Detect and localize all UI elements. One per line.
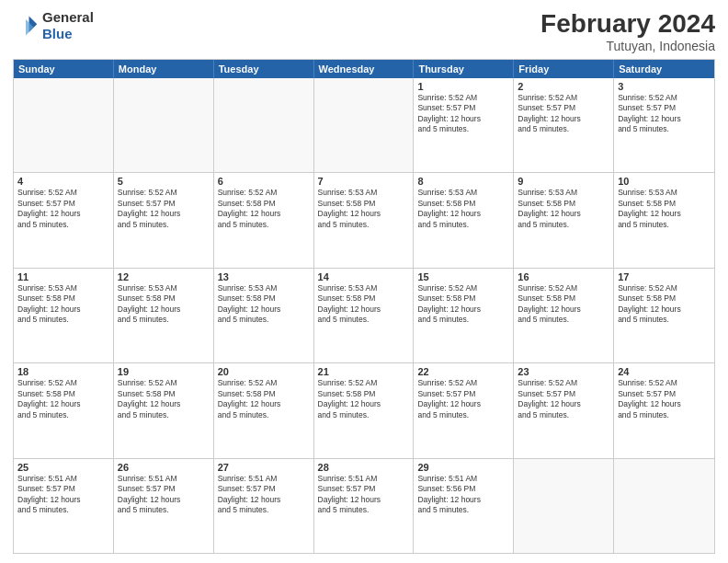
calendar-header-cell: Saturday <box>614 60 714 78</box>
day-number: 17 <box>618 271 711 282</box>
day-number: 13 <box>218 271 310 282</box>
calendar-cell: 25Sunrise: 5:51 AMSunset: 5:57 PMDayligh… <box>14 459 114 553</box>
day-info: Sunrise: 5:52 AMSunset: 5:57 PMDaylight:… <box>118 188 210 230</box>
calendar-header-cell: Friday <box>514 60 614 78</box>
day-info: Sunrise: 5:51 AMSunset: 5:57 PMDaylight:… <box>17 474 109 516</box>
calendar-header-cell: Wednesday <box>314 60 415 78</box>
calendar-header-cell: Thursday <box>414 60 514 78</box>
calendar-week: 4Sunrise: 5:52 AMSunset: 5:57 PMDaylight… <box>14 173 714 268</box>
day-info: Sunrise: 5:52 AMSunset: 5:57 PMDaylight:… <box>518 93 609 135</box>
day-number: 12 <box>118 271 210 282</box>
calendar-cell: 6Sunrise: 5:52 AMSunset: 5:58 PMDaylight… <box>214 173 314 267</box>
calendar-cell: 13Sunrise: 5:53 AMSunset: 5:58 PMDayligh… <box>214 269 314 362</box>
logo-icon <box>13 13 39 39</box>
logo-text: General Blue <box>42 9 94 42</box>
calendar-week: 1Sunrise: 5:52 AMSunset: 5:57 PMDaylight… <box>14 78 714 173</box>
day-info: Sunrise: 5:52 AMSunset: 5:57 PMDaylight:… <box>618 378 711 420</box>
day-info: Sunrise: 5:51 AMSunset: 5:57 PMDaylight:… <box>118 474 210 516</box>
day-info: Sunrise: 5:52 AMSunset: 5:57 PMDaylight:… <box>618 93 711 135</box>
calendar-cell: 17Sunrise: 5:52 AMSunset: 5:58 PMDayligh… <box>614 269 714 362</box>
day-number: 10 <box>618 176 711 187</box>
day-number: 11 <box>17 271 109 282</box>
day-info: Sunrise: 5:51 AMSunset: 5:57 PMDaylight:… <box>318 474 410 516</box>
calendar-body: 1Sunrise: 5:52 AMSunset: 5:57 PMDaylight… <box>14 78 714 553</box>
calendar-header-cell: Sunday <box>14 60 114 78</box>
day-number: 18 <box>17 366 109 377</box>
calendar-cell: 7Sunrise: 5:53 AMSunset: 5:58 PMDaylight… <box>314 173 415 267</box>
calendar-cell <box>14 78 114 172</box>
calendar-cell: 16Sunrise: 5:52 AMSunset: 5:58 PMDayligh… <box>514 269 614 362</box>
day-info: Sunrise: 5:52 AMSunset: 5:58 PMDaylight:… <box>518 283 609 326</box>
day-info: Sunrise: 5:52 AMSunset: 5:58 PMDaylight:… <box>218 188 310 230</box>
day-number: 16 <box>518 271 609 282</box>
day-info: Sunrise: 5:52 AMSunset: 5:57 PMDaylight:… <box>417 93 509 135</box>
day-info: Sunrise: 5:53 AMSunset: 5:58 PMDaylight:… <box>318 283 410 326</box>
day-info: Sunrise: 5:52 AMSunset: 5:57 PMDaylight:… <box>17 188 109 230</box>
day-info: Sunrise: 5:53 AMSunset: 5:58 PMDaylight:… <box>17 283 109 326</box>
sub-title: Tutuyan, Indonesia <box>540 39 715 53</box>
day-number: 8 <box>417 176 509 187</box>
calendar-cell: 22Sunrise: 5:52 AMSunset: 5:57 PMDayligh… <box>414 363 514 457</box>
calendar-cell <box>514 459 614 553</box>
calendar-cell: 14Sunrise: 5:53 AMSunset: 5:58 PMDayligh… <box>314 269 415 362</box>
calendar-cell: 1Sunrise: 5:52 AMSunset: 5:57 PMDaylight… <box>414 78 514 172</box>
calendar-cell <box>314 78 415 172</box>
day-info: Sunrise: 5:52 AMSunset: 5:57 PMDaylight:… <box>417 378 509 420</box>
calendar-week: 25Sunrise: 5:51 AMSunset: 5:57 PMDayligh… <box>14 459 714 553</box>
day-info: Sunrise: 5:53 AMSunset: 5:58 PMDaylight:… <box>417 188 509 230</box>
day-number: 20 <box>218 366 310 377</box>
calendar-header-row: SundayMondayTuesdayWednesdayThursdayFrid… <box>14 60 714 78</box>
calendar-cell: 3Sunrise: 5:52 AMSunset: 5:57 PMDaylight… <box>614 78 714 172</box>
day-info: Sunrise: 5:53 AMSunset: 5:58 PMDaylight:… <box>218 283 310 326</box>
day-info: Sunrise: 5:53 AMSunset: 5:58 PMDaylight:… <box>118 283 210 326</box>
day-info: Sunrise: 5:52 AMSunset: 5:58 PMDaylight:… <box>318 378 410 420</box>
calendar-cell <box>614 459 714 553</box>
calendar-cell: 18Sunrise: 5:52 AMSunset: 5:58 PMDayligh… <box>14 363 114 457</box>
day-number: 15 <box>417 271 509 282</box>
day-number: 26 <box>118 462 210 473</box>
day-number: 27 <box>218 462 310 473</box>
calendar-cell: 24Sunrise: 5:52 AMSunset: 5:57 PMDayligh… <box>614 363 714 457</box>
logo: General Blue <box>13 9 94 42</box>
day-number: 23 <box>518 366 609 377</box>
day-number: 14 <box>318 271 410 282</box>
day-number: 7 <box>318 176 410 187</box>
calendar-cell: 4Sunrise: 5:52 AMSunset: 5:57 PMDaylight… <box>14 173 114 267</box>
day-number: 22 <box>417 366 509 377</box>
page: General Blue February 2024 Tutuyan, Indo… <box>0 0 728 563</box>
calendar-cell: 11Sunrise: 5:53 AMSunset: 5:58 PMDayligh… <box>14 269 114 362</box>
calendar-week: 11Sunrise: 5:53 AMSunset: 5:58 PMDayligh… <box>14 269 714 363</box>
day-number: 24 <box>618 366 711 377</box>
day-info: Sunrise: 5:52 AMSunset: 5:57 PMDaylight:… <box>518 378 609 420</box>
day-number: 21 <box>318 366 410 377</box>
day-number: 4 <box>17 176 109 187</box>
day-number: 25 <box>17 462 109 473</box>
calendar-cell <box>114 78 214 172</box>
day-info: Sunrise: 5:52 AMSunset: 5:58 PMDaylight:… <box>417 283 509 326</box>
day-number: 3 <box>618 81 711 92</box>
calendar-cell: 20Sunrise: 5:52 AMSunset: 5:58 PMDayligh… <box>214 363 314 457</box>
header: General Blue February 2024 Tutuyan, Indo… <box>13 9 715 53</box>
calendar-cell <box>214 78 314 172</box>
calendar-cell: 10Sunrise: 5:53 AMSunset: 5:58 PMDayligh… <box>614 173 714 267</box>
calendar-header-cell: Monday <box>114 60 214 78</box>
calendar-cell: 19Sunrise: 5:52 AMSunset: 5:58 PMDayligh… <box>114 363 214 457</box>
day-info: Sunrise: 5:51 AMSunset: 5:56 PMDaylight:… <box>417 474 509 516</box>
day-number: 29 <box>417 462 509 473</box>
day-number: 5 <box>118 176 210 187</box>
calendar-cell: 9Sunrise: 5:53 AMSunset: 5:58 PMDaylight… <box>514 173 614 267</box>
calendar: SundayMondayTuesdayWednesdayThursdayFrid… <box>13 59 715 554</box>
day-number: 19 <box>118 366 210 377</box>
calendar-header-cell: Tuesday <box>214 60 314 78</box>
day-number: 2 <box>518 81 609 92</box>
calendar-cell: 21Sunrise: 5:52 AMSunset: 5:58 PMDayligh… <box>314 363 415 457</box>
calendar-cell: 15Sunrise: 5:52 AMSunset: 5:58 PMDayligh… <box>414 269 514 362</box>
day-info: Sunrise: 5:53 AMSunset: 5:58 PMDaylight:… <box>518 188 609 230</box>
calendar-cell: 5Sunrise: 5:52 AMSunset: 5:57 PMDaylight… <box>114 173 214 267</box>
calendar-week: 18Sunrise: 5:52 AMSunset: 5:58 PMDayligh… <box>14 363 714 458</box>
calendar-cell: 2Sunrise: 5:52 AMSunset: 5:57 PMDaylight… <box>514 78 614 172</box>
main-title: February 2024 <box>540 9 715 39</box>
calendar-cell: 23Sunrise: 5:52 AMSunset: 5:57 PMDayligh… <box>514 363 614 457</box>
day-number: 28 <box>318 462 410 473</box>
day-info: Sunrise: 5:53 AMSunset: 5:58 PMDaylight:… <box>618 188 711 230</box>
